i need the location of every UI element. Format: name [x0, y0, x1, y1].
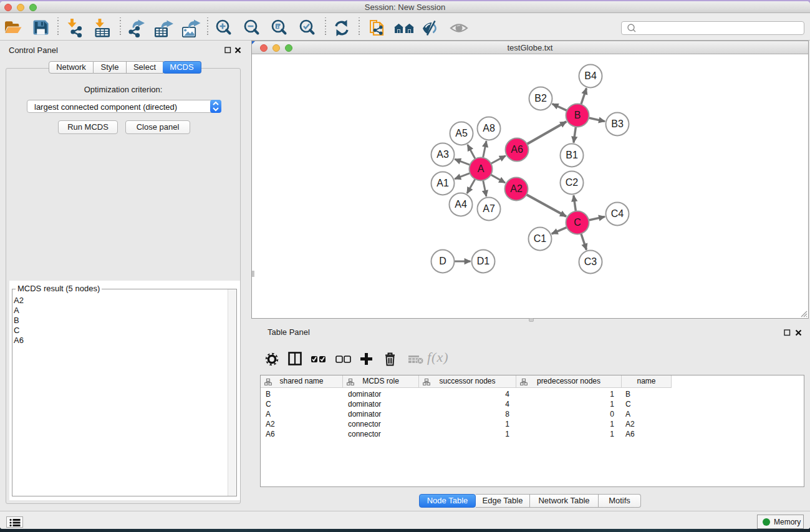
svg-text:A6: A6	[511, 144, 523, 155]
svg-text:C1: C1	[534, 233, 547, 244]
svg-text:A2: A2	[510, 183, 523, 194]
svg-text:C2: C2	[566, 177, 579, 188]
svg-text:B2: B2	[534, 93, 547, 104]
svg-text:A7: A7	[483, 203, 495, 214]
svg-text:D1: D1	[477, 256, 490, 266]
svg-text:A3: A3	[436, 149, 449, 160]
svg-text:B3: B3	[611, 118, 624, 129]
svg-text:A1: A1	[436, 178, 449, 188]
svg-text:A8: A8	[483, 123, 495, 133]
svg-text:B4: B4	[584, 70, 597, 81]
svg-text:B: B	[574, 110, 581, 120]
svg-text:A4: A4	[455, 199, 467, 210]
svg-text:B1: B1	[566, 150, 578, 160]
svg-text:C3: C3	[584, 256, 597, 267]
svg-text:C4: C4	[611, 208, 624, 219]
svg-text:A5: A5	[455, 128, 468, 138]
svg-text:C: C	[574, 217, 581, 228]
svg-text:A: A	[478, 163, 485, 174]
svg-text:D: D	[439, 256, 446, 266]
